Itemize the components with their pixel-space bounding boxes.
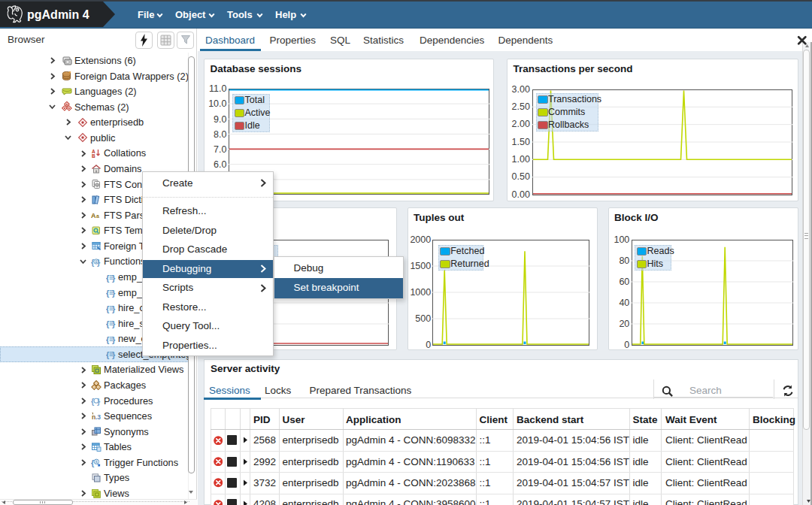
svg-text:{: {	[106, 334, 110, 343]
svg-text:a: a	[96, 213, 99, 219]
svg-text:B: B	[92, 153, 95, 159]
svg-text:{: {	[106, 304, 110, 313]
svg-text:.3: .3	[95, 413, 101, 420]
svg-text:{: {	[106, 289, 110, 298]
svg-text:{: {	[106, 350, 110, 359]
svg-text:{: {	[106, 319, 110, 328]
svg-text:{: {	[106, 273, 110, 282]
svg-text:A: A	[91, 212, 96, 219]
